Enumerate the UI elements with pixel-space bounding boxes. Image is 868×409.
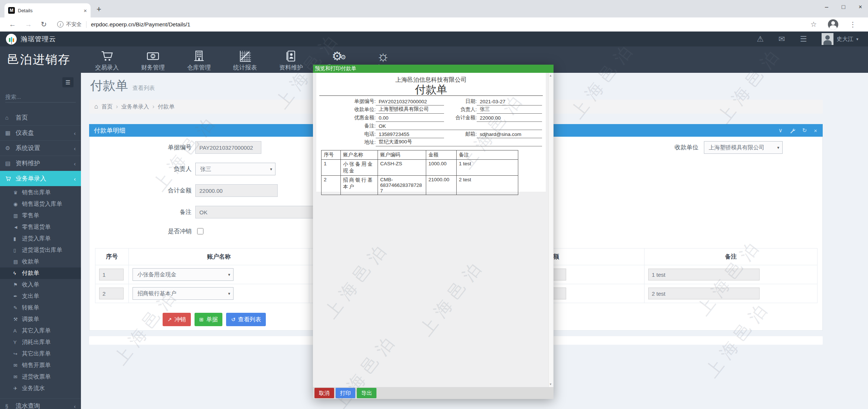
- sidebar-search[interactable]: [5, 91, 76, 103]
- scroll-down-icon[interactable]: ▼: [549, 383, 552, 386]
- field-value: 张三: [477, 106, 542, 114]
- bookmark-icon[interactable]: ☆: [810, 20, 817, 29]
- module-item-masterdata[interactable]: 资料维护: [268, 46, 314, 73]
- sidebar-subitem[interactable]: ▯进货退货出库单: [0, 244, 81, 256]
- field-value: 2021-03-27: [477, 99, 542, 106]
- tasks-icon[interactable]: ☰: [800, 35, 807, 43]
- module-label: 资料维护: [279, 64, 303, 72]
- collapse-icon[interactable]: ∨: [779, 127, 783, 134]
- arrow-redo-icon: ↪: [13, 351, 22, 357]
- breadcrumb-home[interactable]: 首页: [101, 103, 112, 110]
- module-item-warehouse[interactable]: 仓库管理: [176, 46, 222, 73]
- sidebar-subitem[interactable]: ▥零售单: [0, 210, 81, 221]
- sidebar-subitem[interactable]: ▤收款单: [0, 256, 81, 267]
- banknote-icon: 1: [146, 49, 160, 64]
- module-item-finance[interactable]: 1 财务管理: [130, 46, 176, 73]
- sidebar-item-settings[interactable]: ⚙ 系统设置 ‹: [0, 140, 81, 156]
- refresh-icon[interactable]: ↻: [802, 127, 807, 134]
- line-remark-input[interactable]: [648, 288, 760, 299]
- sidebar-subitem[interactable]: ♛销售出库单: [0, 187, 81, 198]
- owner-label: 负责人: [147, 163, 192, 175]
- window-minimize-icon[interactable]: –: [825, 4, 828, 10]
- sidebar-subitem-payment[interactable]: ϟ付款单: [0, 267, 81, 279]
- modal-title-bar[interactable]: 预览和打印付款单: [313, 65, 554, 73]
- sidebar-subitem[interactable]: ✎转账单: [0, 302, 81, 314]
- app-logo[interactable]: [6, 34, 17, 45]
- product-name: 瀚琚管理云: [21, 35, 56, 43]
- window-close-icon[interactable]: ×: [859, 4, 862, 10]
- modal-scrollbar[interactable]: ▲ ▼: [548, 73, 553, 387]
- breadcrumb-separator: ›: [116, 103, 118, 110]
- chart-icon: [238, 49, 252, 64]
- view-list-button[interactable]: ↺ 查看列表: [226, 313, 266, 326]
- print-button[interactable]: 打印: [336, 388, 355, 398]
- breadcrumb-biz-entry[interactable]: 业务单录入: [121, 103, 149, 110]
- sidebar-subitem[interactable]: ↪其它出库单: [0, 348, 81, 360]
- trophy-icon: ♛: [13, 190, 22, 195]
- sidebar-item-masterdata[interactable]: ▤ 资料维护 ‹: [0, 156, 81, 171]
- sidebar-subitem[interactable]: ✉进货收票单: [0, 371, 81, 383]
- payee-select[interactable]: 上海塑骄模具有限公司 ▾: [704, 141, 783, 154]
- sidebar-item-flow-query[interactable]: § 流水查询 ‹: [0, 399, 81, 409]
- sidebar-subitem[interactable]: ✒支出单: [0, 290, 81, 302]
- account-select[interactable]: 招商银行基本户 ▾: [133, 287, 234, 300]
- browser-tab[interactable]: M Details ×: [4, 3, 91, 17]
- sidebar-subitem[interactable]: A其它入库单: [0, 325, 81, 337]
- sidebar-subitem[interactable]: ⚑收入单: [0, 279, 81, 290]
- back-icon[interactable]: ←: [9, 20, 16, 29]
- reload-icon[interactable]: ↻: [41, 20, 47, 29]
- company-name: 上海邑泊信息科技有限公司: [316, 73, 546, 84]
- sidebar-item-home[interactable]: ⌂ 首页: [0, 110, 81, 125]
- wrench-icon[interactable]: [790, 128, 795, 133]
- search-input[interactable]: [5, 94, 79, 100]
- reverse-button[interactable]: ↗ 冲销: [163, 313, 191, 326]
- megaphone-icon: ◄: [13, 224, 22, 230]
- account-select[interactable]: 小张备用金现金 ▾: [133, 268, 234, 281]
- sidebar-subitem[interactable]: ✉销售开票单: [0, 360, 81, 371]
- security-label: 不安全: [66, 21, 82, 28]
- sidebar-item-biz-entry[interactable]: 业务单录入 ‹: [0, 171, 81, 186]
- sidebar-toggle-icon[interactable]: ☰: [62, 77, 74, 87]
- site-info-icon[interactable]: i: [57, 21, 63, 27]
- seq-input[interactable]: [99, 269, 124, 280]
- reverse-checkbox[interactable]: [197, 228, 203, 234]
- module-item-reports[interactable]: 统计报表: [222, 46, 268, 73]
- window-maximize-icon[interactable]: □: [842, 4, 845, 10]
- doc-no-input[interactable]: [195, 141, 261, 154]
- preview-header-row: 序号 账户名称 账户编码 金额 备注: [322, 150, 518, 160]
- alerts-icon[interactable]: ⚠: [757, 35, 764, 43]
- close-icon[interactable]: ×: [814, 127, 817, 134]
- sidebar-subitem[interactable]: ⚒调拨单: [0, 314, 81, 325]
- messages-icon[interactable]: ✉: [779, 35, 785, 43]
- remark-label: 备注: [147, 206, 192, 218]
- url-text[interactable]: erpdoc.epoerp.cn/Biz/Payment/Details/1: [91, 21, 190, 27]
- sidebar-subitem[interactable]: ▮进货入库单: [0, 233, 81, 244]
- tab-close-icon[interactable]: ×: [84, 7, 87, 14]
- sidebar-subitem[interactable]: ✈业务流水: [0, 383, 81, 394]
- field-label: 备注:: [320, 123, 376, 130]
- sidebar-item-dashboard[interactable]: ▦ 仪表盘 ‹: [0, 125, 81, 140]
- browser-profile-icon[interactable]: [828, 19, 838, 30]
- breadcrumb-payment[interactable]: 付款单: [158, 103, 174, 110]
- total-input[interactable]: [195, 184, 278, 197]
- document-button[interactable]: ⊞ 单据: [195, 313, 223, 326]
- cancel-button[interactable]: 取消: [314, 388, 334, 398]
- scroll-up-icon[interactable]: ▲: [549, 74, 552, 77]
- sidebar-subitem[interactable]: ◉销售退货入库单: [0, 198, 81, 210]
- module-item-transactions[interactable]: 交易录入: [84, 46, 130, 73]
- export-button[interactable]: 导出: [357, 388, 376, 398]
- sidebar-subitem[interactable]: ◄零售退货单: [0, 221, 81, 233]
- line-remark-input[interactable]: [648, 269, 760, 280]
- grid-icon: ⊞: [199, 317, 204, 322]
- user-menu[interactable]: 史大江 ▾: [822, 33, 858, 45]
- document-title: 付款单: [316, 84, 546, 95]
- sidebar-subitem[interactable]: Y消耗出库单: [0, 337, 81, 348]
- field-label: 单据编号:: [320, 98, 376, 106]
- new-tab-button[interactable]: +: [97, 4, 101, 14]
- select-caret-icon: ▾: [777, 145, 779, 150]
- browser-menu-icon[interactable]: ⋮: [849, 20, 856, 29]
- seq-input[interactable]: [99, 288, 124, 299]
- forward-icon[interactable]: →: [25, 20, 32, 29]
- book-icon: ▤: [5, 160, 16, 167]
- owner-select[interactable]: 张三 ▾: [195, 163, 275, 175]
